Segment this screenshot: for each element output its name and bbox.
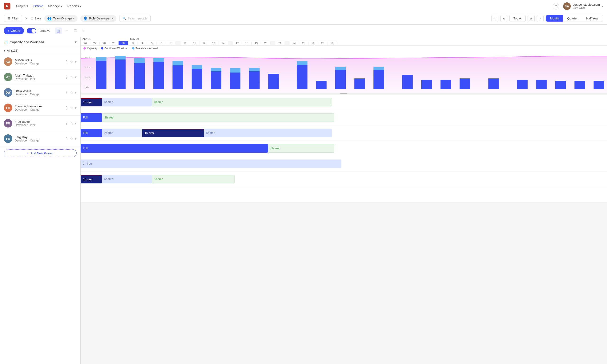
tentative-toggle[interactable]	[27, 28, 36, 33]
person-name: Fred Baxter	[15, 120, 62, 123]
bar-may20-confirmed	[460, 78, 470, 89]
logo[interactable]: R	[4, 3, 11, 10]
chevron-down-icon[interactable]: ▾	[75, 90, 77, 95]
more-icon[interactable]: ⋮	[65, 121, 68, 126]
bar-may7-confirmed	[268, 74, 279, 89]
bar-may6-confirmed	[249, 71, 259, 89]
today-button[interactable]: Today	[509, 15, 526, 22]
star-icon[interactable]: ☆	[70, 75, 73, 79]
person-actions: ⋮ ☆ ▾	[65, 136, 77, 141]
bar-may5-tentative	[230, 68, 240, 73]
bar-may24-confirmed	[517, 80, 528, 89]
user-menu[interactable]: SW boxtechstudios.com Sam White ▾	[563, 2, 603, 10]
nav-projects[interactable]: Projects	[16, 3, 28, 9]
chevron-down-icon[interactable]: ▾	[75, 40, 77, 44]
more-icon[interactable]: ⋮	[65, 75, 68, 79]
person-name: Drew Wicks	[15, 89, 62, 93]
list-icon[interactable]: ☰	[72, 27, 79, 34]
toggle-knob	[32, 29, 36, 33]
plus-icon: +	[27, 151, 29, 155]
plus-icon: +	[8, 29, 10, 32]
person-name: François Hernandez	[15, 104, 62, 108]
role-filter-chip[interactable]: 👤 Role Developer ▾	[80, 15, 117, 22]
prev-button[interactable]: ‹	[491, 15, 498, 22]
bar-apr30-confirmed	[172, 65, 183, 89]
person-meta: Developer | Pink	[15, 123, 62, 127]
timeline-icon[interactable]: ━	[64, 27, 70, 34]
day-7: 7	[166, 41, 176, 45]
person-row-fred: FB Fred Baxter Developer | Pink ⋮ ☆ ▾	[0, 116, 80, 131]
person-row-allison: AW Allison Willis Developer | Orange ⋮ ☆…	[0, 54, 80, 69]
person-row-ferg: FD Ferg Day Developer | Orange ⋮ ☆ ▾	[0, 131, 80, 146]
more-icon[interactable]: ⋮	[65, 136, 68, 141]
april-label: Apr '21	[81, 37, 128, 41]
person-name: Allain Thibaut	[15, 74, 62, 77]
allison-bar-free-light: 6h free	[102, 98, 152, 106]
person-info-ferg: Ferg Day Developer | Orange	[15, 135, 62, 142]
ferg-bar-free-light: 6h free	[102, 175, 152, 183]
tentative-dot	[132, 47, 134, 50]
month-view-button[interactable]: Month	[546, 15, 563, 22]
half-year-view-button[interactable]: Half Year	[582, 15, 603, 22]
bar-may4-confirmed	[211, 71, 221, 89]
close-filter-button[interactable]: ✕	[25, 17, 28, 20]
more-icon[interactable]: ⋮	[65, 60, 68, 64]
help-button[interactable]: ?	[553, 3, 559, 10]
quarter-view-button[interactable]: Quarter	[563, 15, 582, 22]
search-input[interactable]: 🔍 Search people	[119, 15, 151, 22]
add-project-button[interactable]: + Add New Project	[4, 149, 77, 157]
save-button[interactable]: ☐ Save	[31, 17, 41, 20]
person-row-allain: AT Allain Thibaut Developer | Pink ⋮ ☆ ▾	[0, 69, 80, 85]
bar-may5-confirmed	[230, 73, 240, 89]
filter-button[interactable]: ☰ Filter	[4, 15, 22, 22]
bar-may3-tentative	[192, 65, 202, 69]
star-icon[interactable]: ☆	[70, 106, 73, 110]
prev-fast-button[interactable]: «	[500, 15, 507, 22]
chevron-down-icon[interactable]: ▾	[75, 60, 77, 64]
dragger-indicator	[340, 93, 347, 94]
avatar-allain: AT	[4, 73, 12, 81]
person-info-drew: Drew Wicks Developer | Orange	[15, 89, 62, 96]
chevron-down-icon[interactable]: ▾	[75, 136, 77, 141]
chevron-down-icon[interactable]: ▾	[75, 121, 77, 126]
star-icon[interactable]: ☆	[70, 60, 73, 64]
bar-may26-confirmed	[555, 81, 566, 89]
chevron-down-icon[interactable]: ▾	[75, 75, 77, 79]
day-21: 21	[275, 41, 285, 45]
day-6: 6	[157, 41, 166, 45]
nav-manage[interactable]: Manage ▾	[48, 3, 63, 9]
bar-may21-confirmed	[488, 78, 499, 89]
person-actions: ⋮ ☆ ▾	[65, 90, 77, 95]
next-fast-button[interactable]: »	[528, 15, 535, 22]
person-info-allison: Allison Willis Developer | Orange	[15, 58, 62, 65]
team-filter-chip[interactable]: 👥 Team Orange ▾	[44, 15, 78, 22]
day-28: 28	[100, 41, 109, 45]
day-11: 11	[190, 41, 199, 45]
bar-apr28-tentative	[134, 58, 145, 63]
star-icon[interactable]: ☆	[70, 121, 73, 126]
more-icon[interactable]: ⋮	[65, 106, 68, 110]
more-icon[interactable]: ⋮	[65, 90, 68, 95]
collapse-icon[interactable]: ▾	[4, 49, 5, 52]
may-header: May '21 3 4 5 6 7 10 11 12 13 14	[128, 37, 337, 45]
people-count: ▾ All (113)	[0, 47, 80, 54]
team-icon: 👥	[47, 16, 52, 21]
day-5: 5	[147, 41, 157, 45]
create-button[interactable]: + Create	[4, 27, 24, 34]
chevron-down-icon[interactable]: ▾	[75, 106, 77, 110]
bar-chart-icon[interactable]: ▥	[55, 27, 62, 34]
day-18: 18	[242, 41, 251, 45]
bar-may10-tentative	[297, 61, 307, 65]
next-button[interactable]: ›	[537, 15, 544, 22]
bar-apr26-confirmed	[96, 61, 106, 89]
view-icon-group: ▥ ━ ☰ ⊞	[55, 27, 88, 34]
user-info: boxtechstudios.com Sam White	[573, 3, 600, 9]
nav-people[interactable]: People	[33, 3, 43, 9]
nav-reports[interactable]: Reports ▾	[67, 3, 81, 9]
star-icon[interactable]: ☆	[70, 136, 73, 141]
bar-may10-confirmed	[297, 65, 307, 89]
grid-icon[interactable]: ⊞	[81, 27, 88, 34]
resize-dragger[interactable]	[81, 93, 607, 94]
chart-legend: Capacity Confirmed Workload Tentative Wo…	[81, 46, 607, 51]
star-icon[interactable]: ☆	[70, 90, 73, 95]
